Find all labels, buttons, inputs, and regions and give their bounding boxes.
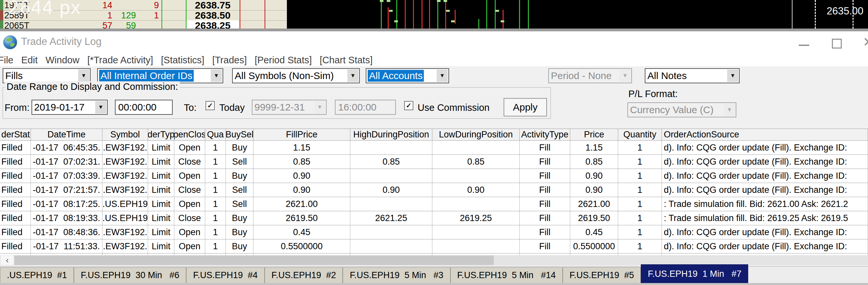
chart-tab[interactable]: F.US.EPH19 #4 (186, 267, 265, 283)
cell-quantity2: 1 (618, 155, 662, 169)
apply-button[interactable]: Apply (504, 98, 547, 116)
column-header[interactable]: ActivityType (520, 129, 570, 140)
table-row[interactable]: Filled -01-17 08:48:36. .EW3F192. Limit … (0, 225, 868, 240)
menu-item[interactable]: Window (45, 55, 80, 66)
table-row[interactable]: Filled -01-17 07:21:57. .EW3F192. Limit … (0, 183, 868, 197)
close-icon[interactable]: ✕ (863, 34, 868, 50)
column-header[interactable]: Symbol (102, 129, 148, 140)
background-scrollbar[interactable] (0, 29, 868, 31)
cell-fill-price: 0.90 (253, 169, 350, 183)
period-dropdown-value: Period - None (551, 70, 612, 81)
chevron-down-icon[interactable]: ▼ (347, 70, 359, 82)
maximize-icon[interactable] (832, 39, 842, 48)
cell-fill-price: 2621.00 (253, 197, 350, 211)
minimize-icon[interactable] (799, 45, 809, 46)
column-header[interactable]: DateTime (31, 129, 102, 140)
chart-tab[interactable]: F.US.EPH19 30 Min #6 (74, 267, 186, 283)
chevron-down-icon[interactable]: ▼ (727, 70, 738, 82)
table-row[interactable]: Filled -01-17 08:19:33. .US.EPH19 Limit … (0, 211, 868, 225)
from-date-dropdown[interactable]: 2019-01-17 ▼ (32, 100, 108, 115)
menu-item[interactable]: Edit (21, 55, 38, 66)
chart-tab[interactable]: F.US.EPH19 5 Min #3 (343, 267, 450, 283)
cell-low-during-position: 0.90 (432, 183, 520, 197)
cell-open-close: Close (174, 211, 205, 225)
cell-order-status: Filled (0, 197, 31, 211)
chevron-down-icon[interactable]: ▼ (78, 70, 89, 82)
column-header[interactable]: HighDuringPosition (350, 129, 432, 140)
table-row[interactable]: Filled -01-17 06:45:35. .EW3F192. Limit … (0, 141, 868, 155)
menu-item[interactable]: [*Trade Activity] (87, 55, 153, 66)
column-header[interactable]: Quantity (618, 129, 662, 140)
table-row[interactable]: Filled -01-17 08:17:25. .US.EPH19 Limit … (0, 197, 868, 211)
column-header[interactable]: Price (570, 129, 618, 140)
notes-dropdown[interactable]: All Notes ▼ (645, 68, 740, 83)
chevron-down-icon[interactable]: ▼ (437, 70, 448, 82)
column-header[interactable]: LowDuringPosition (432, 129, 520, 140)
cell-activity-type: Fill (520, 240, 570, 253)
use-commission-checkbox[interactable] (404, 101, 413, 110)
dom-bid-num: 14 (82, 0, 112, 10)
chart-tab[interactable]: F.US.EPH19 #5 (563, 267, 641, 283)
column-header[interactable]: penClos (174, 129, 205, 140)
title-bar[interactable]: Trade Activity Log ✕ (0, 32, 868, 54)
menu-item[interactable]: [Period Stats] (255, 55, 312, 66)
cell-quantity2: 1 (618, 211, 662, 225)
cell-symbol: .EW3F192. (102, 240, 148, 253)
menu-item[interactable]: [Statistics] (161, 55, 204, 66)
horizontal-scrollbar[interactable]: ‹ (0, 255, 868, 265)
cell-low-during-position (432, 197, 520, 211)
cell-low-during-position: 0.85 (432, 155, 520, 169)
chart-tab-label: F.US.EPH19 5 Min #3 (350, 270, 443, 280)
candle-up (519, 0, 520, 29)
table-header-row: derStat DateTime Symbol derTyp penClos Q… (0, 129, 868, 141)
chart-tab-label: F.US.EPH19 #2 (272, 270, 336, 280)
table-row[interactable]: Filled -01-17 07:02:31. .EW3F192. Limit … (0, 155, 868, 169)
trade-activity-log-window: Trade Activity Log ✕ File Edit Window [*… (0, 31, 868, 285)
menu-item[interactable]: [Chart Stats] (320, 55, 373, 66)
menu-item[interactable]: File (0, 55, 13, 66)
cell-open-close: Open (174, 169, 205, 183)
cell-low-during-position (432, 169, 520, 183)
candle-up (528, 0, 529, 29)
symbols-dropdown[interactable]: All Symbols (Non-Sim) ▼ (232, 68, 360, 83)
cell-order-type: Limit (148, 197, 174, 211)
to-label: To: (184, 102, 197, 113)
menu-item[interactable]: [Trades] (212, 55, 247, 66)
column-header[interactable]: derTyp (148, 129, 174, 140)
cell-order-status: Filled (0, 141, 31, 154)
symbols-dropdown-value: All Symbols (Non-Sim) (235, 70, 334, 81)
column-header[interactable]: BuySel (226, 129, 253, 140)
period-dropdown: Period - None ▼ (548, 68, 632, 83)
column-header[interactable]: OrderActionSource (662, 129, 868, 140)
chart-last-price: 2635.00 (817, 5, 868, 17)
cell-symbol: .EW3F192. (102, 141, 148, 154)
dom-divider (240, 0, 240, 29)
chevron-down-icon[interactable]: ▼ (211, 70, 222, 82)
cell-high-during-position (350, 240, 432, 253)
table-row[interactable]: Filled -01-17 07:03:39. .EW3F192. Limit … (0, 169, 868, 183)
dom-price[interactable]: 2638.50 (186, 10, 239, 20)
cell-price: 0.85 (570, 155, 618, 169)
fills-dropdown-value: Fills (5, 70, 23, 81)
cell-buy-sell: Buy (226, 240, 253, 253)
cell-low-during-position: 2619.25 (432, 211, 520, 225)
from-time-input[interactable]: 00:00:00 (115, 100, 173, 115)
cell-open-close: Open (174, 225, 205, 239)
column-header[interactable]: FillPrice (253, 129, 350, 140)
accounts-dropdown[interactable]: All Accounts ▼ (366, 68, 449, 83)
chevron-down-icon[interactable]: ▼ (95, 101, 106, 113)
table-row[interactable]: Filled -01-17 11:51:33. .EW3F192. Limit … (0, 240, 868, 253)
from-date-value: 2019-01-17 (34, 102, 84, 113)
column-header[interactable]: derStat (0, 129, 31, 140)
column-header[interactable]: Qua (205, 129, 226, 140)
today-checkbox[interactable] (206, 101, 215, 110)
cell-order-status: Filled (0, 183, 31, 197)
dom-price[interactable]: 2638.75 (186, 0, 239, 10)
chart-tab-label: F.US.EPH19 #5 (569, 270, 634, 280)
chart-tab[interactable]: F.US.EPH19 #2 (265, 267, 343, 283)
scrollbar-thumb[interactable] (14, 255, 494, 265)
chart-tab[interactable]: F.US.EPH19 5 Min #14 (451, 267, 563, 283)
scroll-left-icon[interactable]: ‹ (1, 255, 14, 265)
chart-tab[interactable]: .US.EPH19 #1 (0, 267, 74, 283)
chart-tab[interactable]: F.US.EPH19 1 Min #7 (641, 264, 748, 283)
